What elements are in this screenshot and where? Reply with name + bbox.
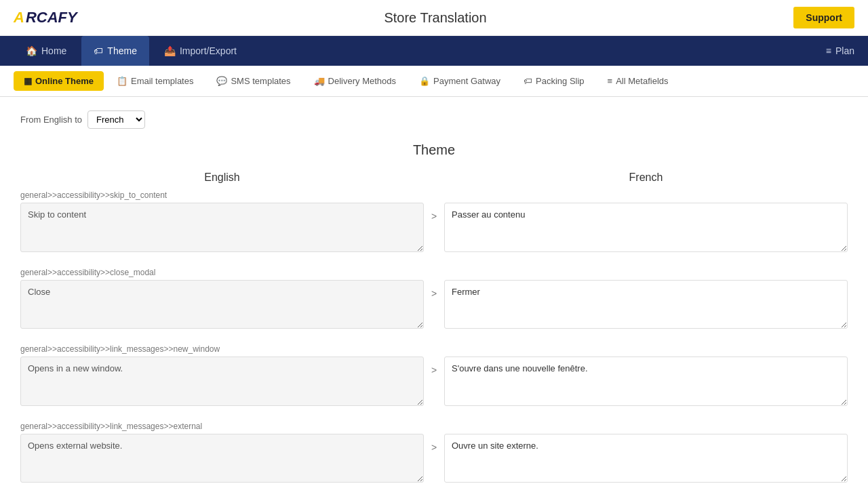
sub-nav-all-metafields-label: All Metafields (616, 76, 668, 86)
online-theme-icon: ▦ (24, 76, 32, 86)
english-field-wrap: Skip to content (20, 203, 424, 254)
english-field: Skip to content (20, 203, 424, 252)
language-selector-row: From English to French Spanish German It… (20, 110, 848, 129)
import-export-icon: 📤 (164, 45, 176, 56)
english-field-wrap: Opens external website. (20, 434, 424, 485)
row-key: general>>accessibility>>close_modal (20, 268, 848, 277)
nav-item-home-label: Home (41, 45, 66, 56)
table-row: general>>accessibility>>link_messages>>n… (20, 344, 848, 408)
french-field-wrap: S'ouvre dans une nouvelle fenêtre. (444, 357, 848, 408)
lang-selector-label: From English to (20, 115, 82, 125)
tag-icon: 🏷 (94, 45, 103, 56)
arrow-icon: > (424, 357, 444, 375)
row-fields: Opens external website. > Ouvre un site … (20, 434, 848, 485)
logo: ARCAFY (14, 9, 77, 26)
sub-nav: ▦ Online Theme 📋 Email templates 💬 SMS t… (0, 66, 868, 97)
support-button[interactable]: Support (793, 7, 854, 28)
french-field[interactable]: S'ouvre dans une nouvelle fenêtre. (444, 357, 848, 406)
logo-icon: A (14, 9, 24, 26)
table-row: general>>accessibility>>skip_to_content … (20, 190, 848, 254)
arrow-icon: > (424, 280, 444, 299)
sub-nav-sms-templates-label: SMS templates (231, 76, 290, 86)
column-headers: English French (20, 171, 848, 184)
french-field-wrap: Passer au contenu (444, 203, 848, 254)
sub-nav-payment-gateway-label: Payment Gatway (433, 76, 500, 86)
arrow-icon: > (424, 203, 444, 222)
language-select[interactable]: French Spanish German Italian (87, 110, 145, 129)
table-row: general>>accessibility>>link_messages>>e… (20, 422, 848, 485)
packing-slip-icon: 🏷 (524, 76, 532, 86)
english-column-header: English (20, 171, 424, 184)
sub-nav-email-templates[interactable]: 📋 Email templates (106, 71, 203, 91)
nav-bar: 🏠 Home 🏷 Theme 📤 Import/Export ≡ Plan (0, 36, 868, 66)
home-icon: 🏠 (26, 45, 37, 56)
english-field: Opens in a new window. (20, 357, 424, 406)
french-field[interactable]: Ouvre un site externe. (444, 434, 848, 483)
sub-nav-packing-slip-label: Packing Slip (536, 76, 585, 86)
nav-item-theme-label: Theme (107, 45, 137, 56)
payment-gateway-icon: 🔒 (419, 76, 430, 86)
nav-item-import-export-label: Import/Export (180, 45, 237, 56)
all-metafields-icon: ≡ (608, 76, 613, 86)
arrow-icon: > (424, 434, 444, 453)
sub-nav-online-theme[interactable]: ▦ Online Theme (14, 71, 104, 91)
nav-item-home[interactable]: 🏠 Home (14, 36, 79, 66)
sub-nav-email-templates-label: Email templates (131, 76, 193, 86)
sub-nav-sms-templates[interactable]: 💬 SMS templates (206, 71, 300, 91)
french-field[interactable]: Passer au contenu (444, 203, 848, 252)
sub-nav-delivery-methods[interactable]: 🚚 Delivery Methods (304, 71, 406, 91)
nav-items: 🏠 Home 🏷 Theme 📤 Import/Export (14, 36, 249, 66)
plan-icon: ≡ (826, 45, 831, 56)
english-field: Opens external website. (20, 434, 424, 483)
nav-item-theme[interactable]: 🏷 Theme (81, 36, 149, 66)
row-key: general>>accessibility>>skip_to_content (20, 190, 848, 200)
french-field-wrap: Ouvre un site externe. (444, 434, 848, 485)
row-fields: Close > Fermer (20, 280, 848, 331)
row-key: general>>accessibility>>link_messages>>n… (20, 344, 848, 354)
sub-nav-online-theme-label: Online Theme (35, 76, 94, 86)
english-field-wrap: Close (20, 280, 424, 331)
row-fields: Opens in a new window. > S'ouvre dans un… (20, 357, 848, 408)
french-column-header: French (444, 171, 848, 184)
email-templates-icon: 📋 (117, 76, 127, 86)
row-key: general>>accessibility>>link_messages>>e… (20, 422, 848, 431)
english-field-wrap: Opens in a new window. (20, 357, 424, 408)
page-title: Store Translation (384, 10, 486, 26)
sub-nav-packing-slip[interactable]: 🏷 Packing Slip (513, 71, 595, 91)
delivery-methods-icon: 🚚 (314, 76, 325, 86)
section-title: Theme (20, 142, 848, 158)
sub-nav-payment-gateway[interactable]: 🔒 Payment Gatway (409, 71, 511, 91)
english-field: Close (20, 280, 424, 329)
content-area: From English to French Spanish German It… (0, 97, 868, 488)
nav-item-import-export[interactable]: 📤 Import/Export (152, 36, 249, 66)
table-row: general>>accessibility>>close_modal Clos… (20, 268, 848, 331)
french-field[interactable]: Fermer (444, 280, 848, 329)
plan-button[interactable]: ≡ Plan (826, 45, 854, 56)
logo-text: RCAFY (26, 9, 77, 26)
row-fields: Skip to content > Passer au contenu (20, 203, 848, 254)
french-field-wrap: Fermer (444, 280, 848, 331)
top-bar: ARCAFY Store Translation Support (0, 0, 868, 36)
plan-label: Plan (835, 45, 854, 56)
sub-nav-all-metafields[interactable]: ≡ All Metafields (597, 71, 679, 91)
sms-templates-icon: 💬 (216, 76, 227, 86)
sub-nav-delivery-methods-label: Delivery Methods (328, 76, 396, 86)
